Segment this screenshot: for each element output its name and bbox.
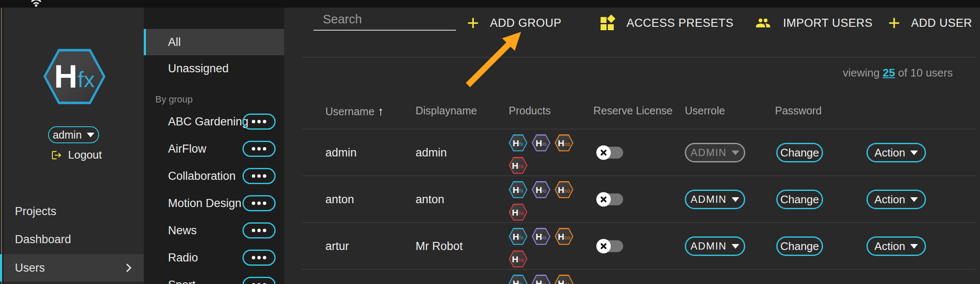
- product-icon-hhk[interactable]: Hhk: [509, 250, 527, 267]
- chevron-down-icon: [910, 197, 918, 202]
- userrole-dropdown[interactable]: ADMIN: [685, 236, 745, 256]
- product-icon-hco[interactable]: Hco: [555, 275, 573, 284]
- product-icon-hio[interactable]: Hio: [532, 228, 550, 245]
- change-password-button[interactable]: Change: [776, 190, 823, 209]
- groups-panel: All Unassigned By group ABC Gardening Ai…: [144, 8, 284, 284]
- product-icon-hio[interactable]: Hio: [532, 181, 550, 198]
- change-password-button[interactable]: Change: [776, 143, 823, 162]
- action-dropdown[interactable]: Action: [866, 236, 926, 256]
- chevron-down-icon: [910, 244, 918, 249]
- table-row-artur: artur Mr Robot Hfx Hio Hco Hhk ADMI: [302, 222, 976, 269]
- product-icon-hco[interactable]: Hco: [555, 228, 573, 245]
- product-suffix: co: [564, 235, 570, 240]
- button-label: Action: [875, 146, 905, 159]
- account-menu-button[interactable]: admin: [48, 126, 99, 143]
- reserve-license-toggle-off[interactable]: [598, 193, 623, 205]
- dot: [252, 202, 255, 205]
- group-item-news[interactable]: News: [144, 217, 284, 244]
- column-header-username[interactable]: Username ↑: [325, 105, 384, 118]
- sort-ascending-icon: ↑: [378, 105, 384, 118]
- products-cell: Hfx Hio Hco Hhk: [509, 228, 573, 267]
- toggle-knob: [596, 239, 611, 253]
- userrole-dropdown[interactable]: ADMIN: [685, 190, 745, 209]
- product-letter: H: [513, 185, 519, 194]
- group-name: News: [168, 224, 197, 237]
- userrole-value: ADMIN: [691, 240, 727, 252]
- header-label: Username: [325, 105, 374, 118]
- product-icon-hio[interactable]: Hio: [532, 134, 550, 151]
- product-icon-hfx[interactable]: Hfx: [509, 181, 527, 198]
- group-item-motion-design[interactable]: Motion Design: [144, 190, 284, 217]
- group-name: ABC Gardening: [168, 115, 248, 128]
- product-icon-hco[interactable]: Hco: [555, 134, 573, 151]
- search-input[interactable]: [323, 12, 483, 26]
- product-icon-hio[interactable]: Hio: [532, 275, 550, 284]
- group-item-collaboration[interactable]: Collaboration: [144, 162, 284, 190]
- product-icon-hhk[interactable]: Hhk: [509, 204, 527, 221]
- filter-label: All: [168, 36, 181, 49]
- product-icon-hfx[interactable]: Hfx: [509, 275, 527, 284]
- group-options-button[interactable]: [242, 114, 276, 130]
- column-header-products[interactable]: Products: [509, 105, 551, 117]
- group-options-button[interactable]: [242, 222, 276, 239]
- column-header-password[interactable]: Password: [775, 105, 822, 117]
- filter-all[interactable]: All: [144, 29, 284, 55]
- product-icon-hco[interactable]: Hco: [555, 181, 573, 198]
- import-users-button[interactable]: IMPORT USERS: [754, 13, 873, 33]
- product-letter: H: [512, 208, 518, 217]
- header-label: Products: [509, 105, 551, 117]
- group-options-button[interactable]: [242, 250, 276, 266]
- button-label: IMPORT USERS: [783, 17, 873, 30]
- add-group-button[interactable]: + ADD GROUP: [467, 13, 561, 33]
- sidebar-item-dashboard[interactable]: Dashboard: [3, 225, 144, 253]
- logout-button[interactable]: Logout: [51, 148, 102, 162]
- product-letter: H: [536, 185, 542, 194]
- logo-letter: H: [54, 60, 77, 93]
- group-item-abc-gardening[interactable]: ABC Gardening: [144, 108, 284, 135]
- reserve-license-toggle-off[interactable]: [598, 147, 623, 159]
- page-size-link[interactable]: 25: [883, 66, 895, 79]
- product-icon-hfx[interactable]: Hfx: [509, 134, 527, 151]
- group-options-button[interactable]: [242, 168, 276, 184]
- column-header-userrole[interactable]: Userrole: [685, 105, 725, 117]
- chevron-down-icon: [732, 197, 739, 202]
- action-dropdown[interactable]: Action: [866, 143, 926, 162]
- column-header-reserve-license[interactable]: Reserve License: [593, 105, 672, 117]
- filter-label: Unassigned: [168, 62, 229, 75]
- product-icon-hfx[interactable]: Hfx: [509, 228, 527, 245]
- username-cell: artur: [325, 223, 349, 270]
- group-item-sport[interactable]: Sport: [144, 271, 284, 284]
- sidebar-item-projects[interactable]: Projects: [3, 197, 144, 225]
- group-options-button[interactable]: [242, 195, 276, 211]
- group-options-button[interactable]: [242, 277, 276, 284]
- user-management-page: H fx admin Logout Projects Dashboard Use…: [0, 0, 980, 284]
- scrollbar-thumb[interactable]: [1, 8, 2, 284]
- filter-unassigned[interactable]: Unassigned: [144, 55, 284, 82]
- header-label: Displayname: [416, 105, 477, 117]
- group-item-airflow[interactable]: AirFlow: [144, 135, 284, 162]
- logout-icon: [51, 150, 62, 161]
- group-name: AirFlow: [168, 142, 206, 156]
- product-letter: H: [512, 255, 518, 264]
- group-options-button[interactable]: [242, 141, 276, 157]
- button-label: ACCESS PRESETS: [627, 17, 734, 30]
- access-presets-button[interactable]: ACCESS PRESETS: [601, 13, 734, 33]
- product-letter: H: [558, 232, 564, 241]
- action-dropdown[interactable]: Action: [866, 190, 926, 209]
- add-user-button[interactable]: + ADD USER: [888, 13, 972, 33]
- dot: [252, 147, 255, 151]
- product-letter: H: [513, 232, 519, 241]
- viewing-suffix: of 10 users: [898, 66, 953, 79]
- sidebar-item-users[interactable]: Users: [3, 254, 144, 281]
- active-nav-indicator: [0, 254, 2, 281]
- product-suffix: io: [542, 235, 547, 240]
- change-password-button[interactable]: Change: [776, 236, 823, 256]
- group-item-radio[interactable]: Radio: [144, 244, 284, 271]
- reserve-license-cell: [598, 240, 623, 252]
- wifi-icon: [30, 0, 43, 7]
- column-header-displayname[interactable]: Displayname: [416, 105, 477, 117]
- reserve-license-toggle-off[interactable]: [598, 240, 623, 252]
- product-icon-hhk[interactable]: Hhk: [509, 157, 527, 174]
- header-label: Password: [775, 105, 822, 117]
- button-label: Change: [780, 193, 819, 206]
